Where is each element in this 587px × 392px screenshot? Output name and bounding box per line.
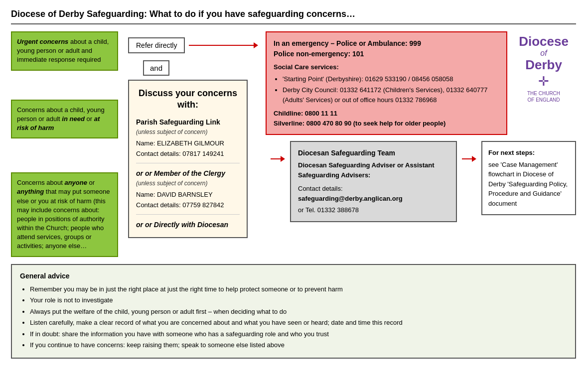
derby-council-phone: 01332 641172 bbox=[340, 86, 381, 94]
refer-box: Refer directly bbox=[128, 37, 185, 53]
diocesan-email: safeguarding@derby.anglican.org bbox=[298, 194, 449, 204]
starting-point-name: 'Starting Point' (Derbyshire): bbox=[283, 75, 363, 83]
diocesan-team-title: Diocesan Safeguarding Team bbox=[298, 148, 449, 158]
discuss-divider2 bbox=[136, 214, 240, 215]
advice-bullet-4: If in doubt: share the information you h… bbox=[30, 330, 329, 338]
emergency-title: In an emergency – Police or Ambulance: 9… bbox=[274, 38, 499, 49]
logo-cross: ✛ bbox=[514, 74, 573, 89]
refer-arrowhead bbox=[254, 42, 258, 48]
social-care-item2: Derby City Council: 01332 641172 (Childr… bbox=[283, 85, 499, 105]
general-advice-item-5: If in doubt: share the information you h… bbox=[30, 329, 567, 339]
general-advice-item-4: Listen carefully, make a clear record of… bbox=[30, 318, 567, 328]
diocesan-or-italic: or bbox=[136, 221, 145, 229]
parish-unless: (unless subject of concern) bbox=[136, 128, 240, 136]
parish-name-label: Name: bbox=[136, 139, 155, 147]
advice-bullet-0: Remember you may be in just the right pl… bbox=[30, 285, 343, 293]
next-steps-body: see 'Case Management' flowchart in Dioce… bbox=[488, 160, 569, 209]
general-advice-item-2: Your role is not to investigate bbox=[30, 295, 567, 305]
clergy-or-italic: or bbox=[136, 169, 145, 177]
diocesan-direct-label: or or Directly with Diocesan bbox=[136, 220, 240, 230]
concerns-anyone-or: or bbox=[87, 179, 95, 186]
clergy-contact-label: Contact details: bbox=[136, 201, 181, 209]
parish-title-text: Parish Safeguarding Link bbox=[136, 118, 220, 126]
next-steps-title: For next steps: bbox=[488, 148, 569, 158]
urgent-concerns-label: Urgent concerns bbox=[17, 38, 68, 45]
diocesan-to-nextsteps-line bbox=[462, 158, 472, 159]
logo-diocese: Diocese bbox=[514, 34, 573, 49]
logo-church-text: THE CHURCHOF ENGLAND bbox=[514, 90, 573, 103]
next-steps-box: For next steps: see 'Case Management' fl… bbox=[481, 141, 576, 215]
clergy-contact: Contact details: 07759 827842 bbox=[136, 200, 240, 210]
advice-bullet-3: Listen carefully, make a clear record of… bbox=[30, 319, 403, 326]
refer-label: Refer directly bbox=[136, 41, 177, 49]
general-advice-item-6: If you continue to have concerns: keep r… bbox=[30, 340, 567, 350]
social-care-title: Social Care services: bbox=[274, 62, 499, 72]
left-column: Urgent concerns about a child, young per… bbox=[11, 31, 118, 257]
urgent-concerns-box: Urgent concerns about a child, young per… bbox=[11, 31, 118, 71]
general-advice-item-1: Remember you may be in just the right pl… bbox=[30, 284, 567, 294]
in-need-box: Concerns about a child, young person or … bbox=[11, 100, 118, 139]
social-care-item1: 'Starting Point' (Derbyshire): 01629 533… bbox=[283, 74, 499, 84]
discuss-to-diocesan-line bbox=[271, 158, 281, 159]
clergy-unless: (unless subject of concern) bbox=[136, 179, 240, 188]
social-care-list: 'Starting Point' (Derbyshire): 01629 533… bbox=[283, 74, 499, 105]
parish-contact-value: 07817 149241 bbox=[182, 150, 224, 157]
general-advice-list: Remember you may be in just the right pl… bbox=[30, 284, 567, 350]
discuss-title: Discuss your concerns with: bbox=[136, 88, 240, 111]
discuss-to-diocesan-arrowhead bbox=[281, 156, 285, 162]
diocesan-to-nextsteps-arrowhead bbox=[472, 156, 476, 162]
general-advice-item-3: Always put the welfare of the child, you… bbox=[30, 307, 567, 317]
emergency-box: In an emergency – Police or Ambulance: 9… bbox=[266, 31, 507, 135]
refer-arrow-line bbox=[189, 45, 254, 46]
parish-safeguarding-title: Parish Safeguarding Link bbox=[136, 117, 240, 128]
general-advice-title: General advice bbox=[20, 271, 567, 281]
diocesan-directly-text: or Directly with Diocesan bbox=[145, 221, 228, 229]
clergy-name-label: Name: bbox=[136, 191, 155, 198]
and-label: and bbox=[143, 60, 169, 76]
discuss-box: Discuss your concerns with: Parish Safeg… bbox=[128, 80, 248, 238]
silverline-detail: (to seek help for older people) bbox=[353, 120, 446, 127]
diocesan-tel-number: 01332 388678 bbox=[317, 206, 359, 214]
concerns-anyone-rest: that may put someone else or you at risk… bbox=[17, 188, 110, 250]
clergy-member-text: or Member of the Clergy bbox=[145, 169, 225, 177]
logo-of: of bbox=[514, 49, 573, 58]
clergy-contact-value: 07759 827842 bbox=[182, 201, 224, 209]
silverline: Silverline: 0800 470 80 90 (to seek help… bbox=[274, 119, 499, 129]
logo-area: Diocese of Derby ✛ THE CHURCHOF ENGLAND bbox=[511, 31, 576, 106]
diocesan-tel-prefix: or Tel. bbox=[298, 206, 315, 214]
parish-name: Name: ELIZABETH GILMOUR bbox=[136, 138, 240, 148]
parish-contact: Contact details: 07817 149241 bbox=[136, 149, 240, 159]
parish-name-value: ELIZABETH GILMOUR bbox=[157, 139, 224, 147]
general-advice-box: General advice Remember you may be in ju… bbox=[11, 264, 576, 359]
starting-point-phone: 01629 533190 / 08456 058058 bbox=[365, 75, 453, 83]
advice-bullet-1: Your role is not to investigate bbox=[30, 296, 113, 304]
discuss-divider1 bbox=[136, 163, 240, 163]
diocesan-team-box: Diocesan Safeguarding Team Diocesan Safe… bbox=[290, 141, 457, 222]
clergy-or-label: or or Member of the Clergy bbox=[136, 168, 240, 179]
clergy-name: Name: DAVID BARNSLEY bbox=[136, 190, 240, 200]
emergency-police-nonemergency: Police non-emergency: 101 bbox=[274, 49, 499, 59]
diocesan-tel: or Tel. 01332 388678 bbox=[298, 205, 449, 215]
concerns-anyone-italic1: anyone bbox=[64, 179, 87, 186]
childline: Childline: 0800 11 11 bbox=[274, 109, 499, 119]
clergy-name-value: DAVID BARNSLEY bbox=[157, 191, 213, 198]
in-need-or: or bbox=[85, 115, 94, 123]
concerns-anyone-start: Concerns about bbox=[17, 179, 64, 186]
concerns-anyone-italic2: anything bbox=[17, 188, 44, 195]
divider bbox=[11, 23, 576, 24]
derby-council-name: Derby City Council: bbox=[283, 86, 338, 94]
parish-contact-label: Contact details: bbox=[136, 150, 181, 157]
concerns-anyone-box: Concerns about anyone or anything that m… bbox=[11, 172, 118, 257]
page-wrapper: Diocese of Derby Safeguarding: What to d… bbox=[11, 9, 576, 359]
in-need-italic1: in need bbox=[62, 115, 85, 123]
advice-bullet-2: Always put the welfare of the child, you… bbox=[30, 308, 287, 315]
page-title: Diocese of Derby Safeguarding: What to d… bbox=[11, 9, 576, 19]
logo-derby: Derby bbox=[514, 58, 573, 72]
spacer1 bbox=[11, 78, 118, 93]
diocesan-contact-label: Contact details: bbox=[298, 184, 449, 194]
silverline-text: Silverline: 0800 470 80 90 bbox=[274, 120, 351, 127]
diocesan-subtitle: Diocesan Safeguarding Adviser or Assista… bbox=[298, 160, 449, 180]
spacer2 bbox=[11, 145, 118, 165]
advice-bullet-5: If you continue to have concerns: keep r… bbox=[30, 341, 285, 349]
